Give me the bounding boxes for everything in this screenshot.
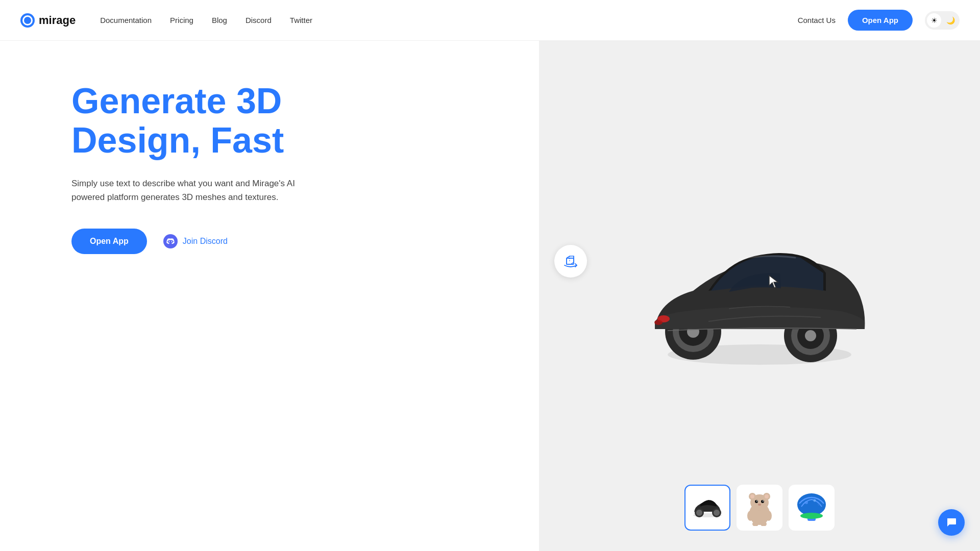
hero-title: Generate 3D Design, Fast — [71, 82, 508, 160]
theme-toggle[interactable]: ☀ 🌙 — [925, 11, 960, 30]
hero-title-line1: Generate 3D — [71, 81, 282, 121]
thumbnail-hamster[interactable] — [737, 485, 782, 531]
rotate-button[interactable] — [554, 245, 587, 278]
left-panel: Generate 3D Design, Fast Simply use text… — [0, 41, 539, 551]
svg-point-26 — [763, 500, 764, 502]
svg-point-23 — [755, 500, 758, 503]
contact-link[interactable]: Contact Us — [798, 16, 836, 24]
svg-point-22 — [765, 494, 769, 498]
svg-point-34 — [800, 513, 823, 519]
svg-point-27 — [758, 504, 761, 506]
discord-icon — [163, 234, 178, 248]
svg-point-9 — [805, 330, 816, 341]
thumbnail-strip — [684, 485, 835, 531]
hero-title-line2: Design, Fast — [71, 120, 284, 160]
svg-point-16 — [714, 510, 720, 516]
hero-subtitle: Simply use text to describe what you wan… — [71, 177, 316, 204]
svg-point-29 — [766, 511, 772, 521]
logo-text: mirage — [39, 14, 76, 27]
logo-icon — [20, 13, 35, 28]
svg-point-35 — [805, 501, 808, 504]
svg-point-36 — [814, 499, 816, 502]
nav-blog[interactable]: Blog — [212, 16, 227, 24]
discord-link[interactable]: Join Discord — [163, 234, 228, 248]
cta-buttons: Open App Join Discord — [71, 229, 508, 254]
header: mirage Documentation Pricing Blog Discor… — [0, 0, 980, 41]
nav-twitter[interactable]: Twitter — [290, 16, 312, 24]
svg-point-14 — [696, 510, 702, 516]
nav-documentation[interactable]: Documentation — [100, 16, 152, 24]
open-app-button-header[interactable]: Open App — [848, 10, 913, 31]
svg-point-28 — [747, 511, 753, 521]
cursor-indicator — [768, 274, 780, 290]
moon-icon: 🌙 — [943, 13, 958, 28]
svg-point-24 — [761, 500, 764, 503]
nav: Documentation Pricing Blog Discord Twitt… — [100, 16, 312, 24]
thumbnail-car[interactable] — [684, 485, 730, 531]
svg-point-11 — [654, 320, 663, 325]
svg-point-20 — [750, 494, 754, 498]
nav-pricing[interactable]: Pricing — [170, 16, 193, 24]
right-panel — [539, 41, 980, 551]
logo[interactable]: mirage — [20, 13, 76, 28]
chat-bubble[interactable] — [938, 509, 965, 536]
main: Generate 3D Design, Fast Simply use text… — [0, 41, 980, 551]
thumbnail-brain[interactable] — [789, 485, 835, 531]
car-3d-model — [627, 224, 892, 367]
discord-link-label: Join Discord — [183, 237, 228, 246]
svg-point-37 — [818, 504, 820, 506]
car-display — [539, 117, 980, 474]
svg-point-25 — [756, 500, 757, 502]
sun-icon: ☀ — [927, 13, 941, 28]
open-app-button-hero[interactable]: Open App — [71, 229, 147, 254]
header-left: mirage Documentation Pricing Blog Discor… — [20, 13, 312, 28]
header-right: Contact Us Open App ☀ 🌙 — [798, 10, 960, 31]
svg-point-32 — [797, 493, 826, 516]
nav-discord[interactable]: Discord — [246, 16, 272, 24]
